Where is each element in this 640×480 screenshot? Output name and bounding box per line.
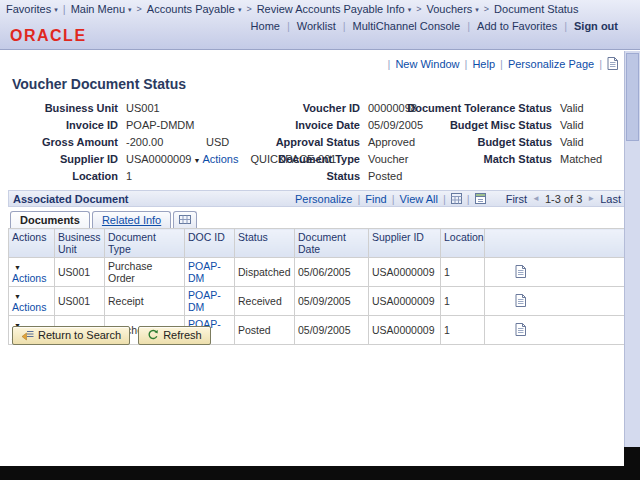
column-header-business-unit[interactable]: Business Unit	[55, 229, 105, 258]
invoice-id-value: POAP-DMDM	[126, 119, 194, 131]
document-status-icon[interactable]	[515, 323, 526, 336]
home-link[interactable]: Home	[251, 20, 280, 32]
personalize-link[interactable]: Personalize	[295, 193, 352, 205]
row-actions-dropdown-icon[interactable]: ▼	[14, 293, 21, 300]
field-label: Gross Amount	[8, 136, 126, 148]
column-header-doc-id[interactable]: DOC ID	[185, 229, 235, 258]
add-to-favorites-link[interactable]: Add to Favorites	[477, 20, 557, 32]
doc-id-cell: POAP-DM	[185, 287, 235, 316]
form-column-left: Business Unit US001 Invoice ID POAP-DMDM…	[8, 102, 258, 187]
tab-related-info[interactable]: Related Info	[92, 211, 171, 228]
pagination-next-icon[interactable]: ►	[587, 194, 595, 203]
doc-id-link[interactable]: POAP-DM	[188, 260, 221, 284]
column-header-document-type[interactable]: Document Type	[105, 229, 185, 258]
pagination-first-label[interactable]: First	[506, 193, 527, 205]
page-icon[interactable]	[607, 57, 618, 70]
tab-show-all-columns[interactable]	[173, 211, 197, 228]
row-actions-link[interactable]: Actions	[12, 301, 46, 313]
supplier-id-value: USA0000009	[126, 153, 191, 165]
document-date-cell: 05/09/2005	[295, 316, 369, 345]
breadcrumb-separator-icon: >	[246, 4, 251, 14]
location-cell: 1	[441, 258, 485, 287]
grid-title: Associated Document	[13, 193, 129, 205]
pagination-last-label[interactable]: Last	[600, 193, 621, 205]
header-band: Favorites ▾ | Main Menu ▾ > Accounts Pay…	[0, 0, 640, 50]
column-header-blank	[485, 229, 627, 258]
new-window-link[interactable]: New Window	[395, 58, 459, 70]
breadcrumb-review-ap-info[interactable]: Review Accounts Payable Info ▾	[257, 3, 412, 15]
multichannel-console-link[interactable]: MultiChannel Console	[353, 20, 461, 32]
download-grid-icon[interactable]	[475, 193, 486, 204]
field-label: Document Type	[258, 153, 368, 165]
grid-tabs: Documents Related Info	[8, 209, 626, 228]
table-header-row: Actions Business Unit Document Type DOC …	[9, 229, 627, 258]
footer-buttons: Return to Search Refresh	[12, 326, 211, 345]
business-unit-value: US001	[126, 102, 160, 114]
form-column-right: Document Tolerance Status Valid Budget M…	[406, 102, 632, 170]
return-to-search-button[interactable]: Return to Search	[12, 326, 130, 345]
supplier-actions-link[interactable]: Actions	[202, 153, 238, 165]
chevron-down-icon: ▾	[54, 6, 58, 13]
breadcrumb-main-menu[interactable]: Main Menu ▾	[71, 3, 132, 15]
document-status-icon[interactable]	[515, 294, 526, 307]
field-label: Status	[258, 170, 368, 182]
voucher-summary-form: Business Unit US001 Invoice ID POAP-DMDM…	[0, 102, 640, 188]
field-doc-tolerance-status: Document Tolerance Status Valid	[406, 102, 632, 115]
row-actions-dropdown-icon[interactable]: ▼	[14, 264, 21, 271]
location-cell: 1	[441, 287, 485, 316]
breadcrumb: Favorites ▾ | Main Menu ▾ > Accounts Pay…	[6, 3, 578, 15]
pagination-prev-icon[interactable]: ◄	[532, 194, 540, 203]
match-status-value: Matched	[560, 153, 602, 165]
actions-cell: ▼ Actions	[9, 287, 55, 316]
field-label: Document Tolerance Status	[406, 102, 560, 114]
field-label: Voucher ID	[258, 102, 368, 114]
document-type-cell: Purchase Order	[105, 258, 185, 287]
field-label: Budget Status	[406, 136, 560, 148]
chevron-down-icon: ▾	[128, 6, 132, 13]
return-to-search-icon	[21, 330, 34, 341]
column-header-document-date[interactable]: Document Date	[295, 229, 369, 258]
field-label: Match Status	[406, 153, 560, 165]
breadcrumb-separator-icon: >	[484, 4, 489, 14]
show-all-columns-icon	[179, 215, 191, 224]
document-type-value: Voucher	[368, 153, 408, 165]
breadcrumb-separator-icon: >	[416, 4, 421, 14]
zoom-grid-icon[interactable]	[451, 193, 462, 204]
document-status-icon[interactable]	[515, 265, 526, 278]
tab-documents[interactable]: Documents	[10, 211, 90, 228]
column-header-location[interactable]: Location	[441, 229, 485, 258]
field-gross-amount: Gross Amount -200.00 USD	[8, 136, 258, 149]
row-actions-link[interactable]: Actions	[12, 272, 46, 284]
status-cell: Received	[235, 287, 295, 316]
find-link[interactable]: Find	[365, 193, 386, 205]
field-location: Location 1	[8, 170, 258, 183]
sign-out-link[interactable]: Sign out	[574, 20, 618, 32]
budget-status-value: Valid	[560, 136, 584, 148]
breadcrumb-vouchers[interactable]: Vouchers ▾	[426, 3, 478, 15]
field-status: Status Posted	[258, 170, 468, 183]
help-link[interactable]: Help	[472, 58, 495, 70]
business-unit-cell: US001	[55, 287, 105, 316]
location-cell: 1	[441, 316, 485, 345]
doc-id-link[interactable]: POAP-DM	[188, 289, 221, 313]
worklist-link[interactable]: Worklist	[297, 20, 336, 32]
related-actions-dropdown-icon[interactable]: ▼	[193, 157, 200, 164]
document-date-cell: 05/06/2005	[295, 258, 369, 287]
table-row: ▼ Actions US001 Receipt POAP-DM Received…	[9, 287, 627, 316]
field-invoice-id: Invoice ID POAP-DMDM	[8, 119, 258, 132]
column-header-supplier-id[interactable]: Supplier ID	[369, 229, 441, 258]
scrollbar-thumb[interactable]	[626, 53, 639, 141]
column-header-actions[interactable]: Actions	[9, 229, 55, 258]
breadcrumb-favorites[interactable]: Favorites ▾	[6, 3, 58, 15]
status-cell: Dispatched	[235, 258, 295, 287]
column-header-status[interactable]: Status	[235, 229, 295, 258]
refresh-icon	[147, 329, 159, 341]
breadcrumb-accounts-payable[interactable]: Accounts Payable ▾	[147, 3, 242, 15]
location-value: 1	[126, 170, 132, 182]
view-all-link[interactable]: View All	[400, 193, 438, 205]
personalize-page-link[interactable]: Personalize Page	[508, 58, 594, 70]
business-unit-cell: US001	[55, 258, 105, 287]
refresh-button[interactable]: Refresh	[138, 326, 211, 345]
vertical-scrollbar[interactable]	[624, 51, 640, 447]
supplier-id-cell: USA0000009	[369, 258, 441, 287]
